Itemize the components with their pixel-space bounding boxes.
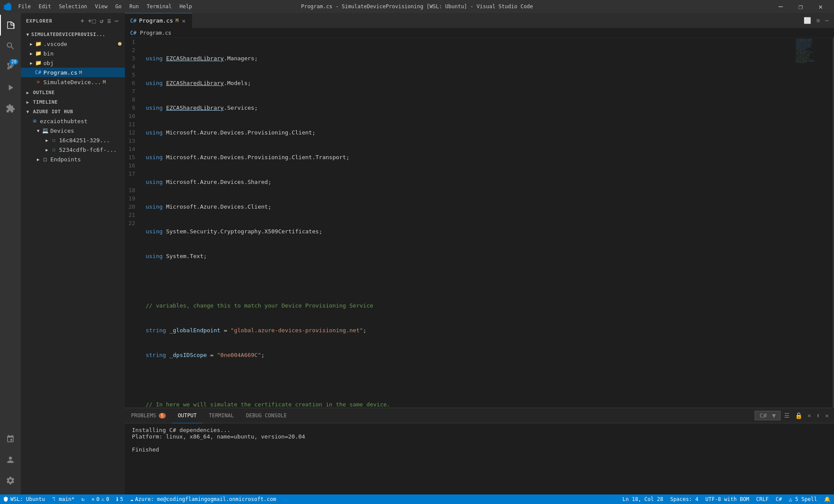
output-channel-dropdown[interactable]: C# ▼ [755, 411, 780, 420]
status-errors[interactable]: ✕ 0 ⚠ 0 [88, 494, 113, 504]
status-info[interactable]: ℹ 5 [113, 494, 127, 504]
panel-tab-terminal[interactable]: TERMINAL [203, 408, 240, 423]
outline-section[interactable]: ▶ OUTLINE [21, 88, 125, 97]
panel-close-icon[interactable]: ✕ [824, 410, 831, 421]
sidebar: EXPLORER + +□ ↺ ≡ ⋯ ▼ SIMULATEDEVICEPROV… [21, 13, 125, 494]
new-folder-icon[interactable]: +□ [87, 16, 97, 25]
vscode-label: .vscode [43, 41, 67, 47]
root-chevron: ▼ [24, 31, 31, 38]
clear-output-icon[interactable]: ⨯ [806, 410, 813, 421]
new-file-icon[interactable]: + [79, 16, 85, 25]
tab-modified-indicator: M [176, 18, 179, 23]
status-spaces[interactable]: Spaces: 4 [667, 494, 702, 504]
debug-label: DEBUG CONSOLE [246, 412, 287, 419]
menu-run[interactable]: Run [126, 3, 142, 10]
azure-iot-hub-section[interactable]: ▼ AZURE IOT HUB [21, 107, 125, 116]
list-view-icon[interactable]: ☰ [782, 410, 791, 421]
code-line-8: using System.Security.Cryptography.X509C… [146, 227, 795, 236]
azure-devices-label: Devices [50, 128, 74, 134]
activity-settings[interactable] [0, 470, 21, 491]
timeline-section[interactable]: ▶ TIMELINE [21, 97, 125, 107]
maximize-button[interactable]: ❐ [791, 0, 811, 13]
menu-selection[interactable]: Selection [56, 3, 91, 10]
titlebar-menu[interactable]: File Edit Selection View Go Run Terminal… [15, 3, 196, 10]
status-bell[interactable]: 🔔 [821, 494, 834, 504]
activity-search[interactable] [0, 36, 21, 56]
status-bar: WSL: Ubuntu main* ↻ ✕ 0 ⚠ 0 ℹ 5 ☁ Azure:… [0, 494, 834, 504]
status-azure[interactable]: ☁ Azure: me@codingflamingogmail.onmicros… [127, 494, 279, 504]
split-editor-icon[interactable]: ⬜ [802, 15, 813, 26]
breadcrumb-file[interactable]: C# [130, 30, 136, 36]
devices-chevron: ▼ [35, 127, 42, 134]
encoding-label: UTF-8 with BOM [705, 496, 749, 502]
window-controls: ─ ❐ ✕ [771, 0, 831, 13]
more-icon[interactable]: ⋯ [824, 15, 831, 26]
activity-account[interactable] [0, 449, 21, 470]
code-content[interactable]: using EZCASharedLibrary.Managers; using … [139, 38, 795, 408]
tab-close-icon[interactable]: ✕ [181, 16, 186, 25]
panel-tabs: PROBLEMS 5 OUTPUT TERMINAL DEBUG CONSOLE [125, 408, 834, 423]
info-count: 5 [120, 496, 123, 502]
panel-tab-debug[interactable]: DEBUG CONSOLE [240, 408, 293, 423]
code-scroll[interactable]: 1 2 3 4 5 6 7 8 9 10 11 12 13 14 15 16 1 [125, 38, 834, 408]
breadcrumb-name[interactable]: Program.cs [140, 30, 171, 36]
status-encoding[interactable]: UTF-8 with BOM [702, 494, 752, 504]
dropdown-chevron-icon: ▼ [770, 410, 777, 421]
more-actions-icon[interactable]: ⋯ [114, 16, 120, 25]
editor-area: C# Program.cs M ✕ ⬜ ≡ ⋯ C# Program.cs [125, 13, 834, 494]
modified-dot [118, 42, 121, 46]
simulate-label: SimulateDevice... [43, 79, 101, 85]
azure-devices-item[interactable]: ▼ 💻 Devices [21, 126, 125, 135]
azure-device-2[interactable]: ▶ ☐ 5234cdfb-fc6f-... [21, 145, 125, 154]
tree-item-obj[interactable]: ▶ 📁 obj [21, 58, 125, 68]
menu-help[interactable]: Help [176, 3, 196, 10]
source-control-badge: 20 [10, 59, 18, 65]
azure-endpoints-item[interactable]: ▶ □ Endpoints [21, 154, 125, 164]
folder-icon: 📁 [35, 59, 42, 66]
status-notifications[interactable]: △ 5 Spell [785, 494, 821, 504]
status-remote[interactable]: WSL: Ubuntu [0, 494, 48, 504]
activity-source-control[interactable]: 20 [0, 56, 21, 77]
activity-bar: 20 [0, 13, 21, 494]
activity-remote[interactable] [0, 429, 21, 449]
tree-item-program-cs[interactable]: ▶ C# Program.cs M [21, 68, 125, 77]
minimize-button[interactable]: ─ [771, 0, 791, 13]
activity-explorer[interactable] [0, 15, 21, 36]
menu-edit[interactable]: Edit [35, 3, 55, 10]
activity-run[interactable] [0, 77, 21, 98]
lock-icon[interactable]: 🔒 [793, 410, 804, 421]
root-folder[interactable]: ▼ SIMULATEDEVICEPROVISI... [21, 29, 125, 39]
vscode-chevron: ▶ [28, 40, 35, 47]
tree-root: ▼ SIMULATEDEVICEPROVISI... ▶ 📁 .vscode ▶… [21, 29, 125, 88]
menu-file[interactable]: File [15, 3, 34, 10]
warning-count: 0 [106, 496, 109, 502]
tab-program-cs[interactable]: C# Program.cs M ✕ [125, 13, 192, 28]
activity-extensions[interactable] [0, 98, 21, 119]
panel-maximize-icon[interactable]: ⬆ [814, 410, 821, 421]
layout-icon[interactable]: ≡ [814, 15, 821, 26]
azure-hub-item[interactable]: ⊞ ezcaiothubtest [21, 116, 125, 126]
refresh-icon[interactable]: ↺ [99, 16, 105, 25]
tab-bar-icons: ⬜ ≡ ⋯ [802, 15, 834, 26]
tree-item-simulate-device[interactable]: ▶ > SimulateDevice... M [21, 77, 125, 87]
status-branch[interactable]: main* [48, 494, 78, 504]
tree-item-bin[interactable]: ▶ 📁 bin [21, 49, 125, 58]
status-sync[interactable]: ↻ [78, 494, 88, 504]
panel-tab-problems[interactable]: PROBLEMS 5 [125, 408, 172, 423]
status-line-ending[interactable]: CRLF [753, 494, 772, 504]
line-col-label: Ln 18, Col 28 [623, 496, 663, 502]
terminal-label: TERMINAL [209, 412, 234, 419]
menu-terminal[interactable]: Terminal [143, 3, 175, 10]
menu-view[interactable]: View [92, 3, 111, 10]
outline-label: OUTLINE [33, 90, 55, 95]
azure-tree: ⊞ ezcaiothubtest ▼ 💻 Devices ▶ ☐ 16c8425… [21, 116, 125, 164]
panel-tab-output[interactable]: OUTPUT [172, 408, 203, 423]
collapse-all-icon[interactable]: ≡ [106, 16, 112, 25]
status-line-col[interactable]: Ln 18, Col 28 [619, 494, 667, 504]
status-language[interactable]: C# [772, 494, 785, 504]
tree-item-vscode[interactable]: ▶ 📁 .vscode [21, 39, 125, 49]
menu-go[interactable]: Go [112, 3, 125, 10]
close-button[interactable]: ✕ [811, 0, 831, 13]
azure-device-1[interactable]: ▶ ☐ 16c84251-329... [21, 135, 125, 145]
code-line-13: string _dpsIDScope = "0ne004A669C"; [146, 351, 795, 359]
